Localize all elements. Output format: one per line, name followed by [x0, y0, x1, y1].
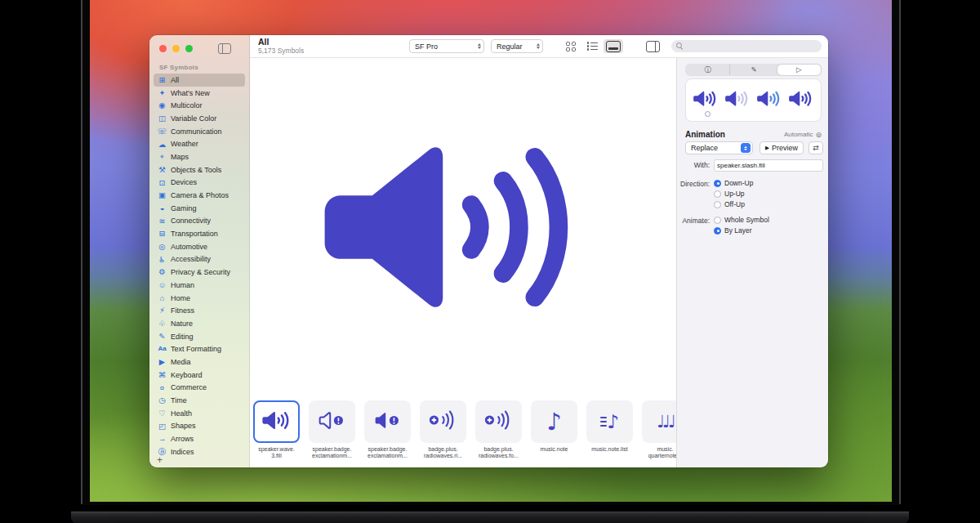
symbol-thumbnail-badge-plus-radiowaves-fo[interactable]: badge.plus.radiowaves.fo... [475, 400, 522, 459]
inspector-tab-animate[interactable]: ▷ [777, 65, 821, 75]
sidebar-item-indices[interactable]: ⓐIndices [154, 445, 245, 458]
sidebar-item-time[interactable]: ◷Time [154, 394, 245, 407]
sidebar-item-accessibility[interactable]: ♿Accessibility [154, 253, 245, 266]
sidebar-item-objects-tools[interactable]: ⚒Objects & Tools [154, 163, 245, 177]
sidebar-item-label: Editing [171, 333, 194, 341]
symbol-thumbnail-tile [420, 400, 466, 443]
sidebar-item-home[interactable]: ⌂Home [154, 292, 245, 305]
animation-effect-popup[interactable]: Replace [685, 141, 753, 154]
sidebar-item-human[interactable]: ☺Human [154, 279, 245, 292]
radio-option-off-up[interactable]: Off-Up [714, 200, 753, 208]
speaker-badge-exclamation-icon [318, 409, 346, 435]
sidebar-item-variable-color[interactable]: ◫Variable Color [154, 112, 245, 125]
sidebar-item-editing[interactable]: ✎Editing [154, 330, 245, 343]
inspector-tab-info[interactable]: ⓘ [686, 65, 730, 75]
sidebar-item-automotive[interactable]: ◎Automotive [154, 240, 245, 253]
grid-view-button[interactable] [561, 39, 581, 53]
sidebar-item-fitness[interactable]: ⚡Fitness [154, 304, 245, 317]
sidebar-item-multicolor[interactable]: ◉Multicolor [154, 99, 245, 112]
gallery-view-button[interactable] [604, 39, 623, 53]
accessibility-icon: ♿ [157, 256, 167, 264]
symbol-thumbnail-music-note[interactable]: ♪music.note [531, 400, 577, 459]
animation-frame-speaker-icon [693, 91, 718, 110]
map-icon: ⌖ [157, 153, 167, 161]
sidebar-item-label: Home [171, 294, 190, 302]
sidebar-item-gaming[interactable]: ◒Gaming [154, 202, 245, 215]
minimize-button[interactable] [172, 45, 180, 52]
game-controller-icon: ◒ [157, 204, 167, 212]
sidebar-item-communication[interactable]: ☏Communication [154, 125, 245, 138]
music-note-list-icon: ♪ [600, 413, 619, 431]
inspector-tab-render[interactable]: ✎ [732, 65, 775, 75]
sidebar-section-header: SF Symbols [159, 64, 249, 71]
radio-option-whole-symbol[interactable]: Whole Symbol [714, 216, 769, 224]
sidebar-item-health[interactable]: ♡Health [154, 407, 245, 420]
symbol-name-label: badge.plus.radiowaves.fo... [471, 446, 527, 459]
animation-form: With: Direction: Down-UpUp-UpOff-Up Anim… [680, 159, 823, 241]
animation-preview-card [685, 78, 822, 122]
sidebar-item-camera-photos[interactable]: ▣Camera & Photos [154, 189, 245, 202]
sidebar-item-weather[interactable]: ☁Weather [154, 137, 245, 150]
preview-button[interactable]: ▶ Preview [760, 141, 804, 154]
add-collection-button[interactable]: + [157, 454, 163, 466]
variable-color-icon: ◫ [157, 114, 167, 123]
info-icon: ⓘ [704, 66, 711, 74]
lock-icon: ⚙ [157, 268, 167, 276]
symbol-name-label: music.note [527, 446, 582, 453]
badge-plus-radiowaves-icon [483, 409, 514, 434]
radio-option-down-up[interactable]: Down-Up [714, 179, 753, 187]
sidebar-item-privacy-security[interactable]: ⚙Privacy & Security [154, 266, 245, 279]
symbol-thumbnail-speaker-badge-exclamationm[interactable]: speaker.badge.exclamationm... [364, 400, 411, 459]
sidebar-item-transportation[interactable]: ⊟Transportation [154, 227, 245, 240]
sidebar-item-commerce[interactable]: ¤Commerce [154, 382, 245, 395]
sidebar-item-label: Time [171, 396, 187, 405]
sidebar-item-devices[interactable]: ⊡Devices [154, 177, 245, 190]
sidebar-item-media[interactable]: ▶Media [154, 355, 245, 369]
repeat-button[interactable]: ⇄ [808, 141, 823, 154]
symbol-thumbnail-music-note-list[interactable]: ♪music.note.list [586, 400, 633, 459]
symbol-thumbnail-speaker-badge-exclamationm[interactable]: speaker.badge.exclamationm... [309, 400, 355, 459]
sidebar-category-list: ⊞All✦What's New◉Multicolor◫Variable Colo… [154, 74, 245, 458]
close-button[interactable] [159, 45, 167, 52]
sidebar-item-all[interactable]: ⊞All [154, 74, 245, 87]
sidebar-item-connectivity[interactable]: ≋Connectivity [154, 215, 245, 228]
sidebar: SF Symbols ⊞All✦What's New◉Multicolor◫Va… [149, 35, 250, 467]
list-view-button[interactable] [582, 39, 602, 53]
sparkle-icon: ✦ [157, 89, 167, 97]
sidebar-item-label: Accessibility [171, 255, 211, 263]
weight-popup[interactable]: Regular [491, 39, 543, 53]
automatic-label: Automatic [784, 131, 813, 138]
car-icon: ⊟ [157, 230, 167, 238]
sidebar-item-label: Commerce [171, 383, 207, 391]
sidebar-toggle-icon[interactable] [218, 43, 231, 54]
symbol-thumbnail-speaker-wave-3-fill[interactable]: speaker.wave.3.fill [253, 400, 300, 459]
sidebar-item-keyboard[interactable]: ⌘Keyboard [154, 369, 245, 382]
with-symbol-field[interactable] [714, 159, 823, 172]
symbol-name-label: speaker.badge.exclamationm... [360, 446, 416, 459]
sidebar-item-nature[interactable]: ♧Nature [154, 317, 245, 330]
macbook-mockup: SF Symbols ⊞All✦What's New◉Multicolor◫Va… [0, 0, 980, 523]
sidebar-item-what-s-new[interactable]: ✦What's New [154, 87, 245, 100]
radio-option-label: Off-Up [724, 200, 745, 208]
page-title: All 5,173 Symbols [258, 38, 304, 55]
sidebar-item-arrows[interactable]: →Arrows [154, 432, 245, 445]
radio-option-up-up[interactable]: Up-Up [714, 190, 753, 198]
inspector-toggle-icon[interactable] [646, 41, 660, 52]
automatic-mode[interactable]: Automatic ⊚ [784, 131, 822, 139]
symbol-thumbnail-tile: ♩♩♩ [642, 400, 676, 443]
preview-button-label: Preview [772, 144, 798, 152]
sidebar-item-maps[interactable]: ⌖Maps [154, 150, 245, 163]
symbol-thumbnail-badge-plus-radiowaves-ri[interactable]: badge.plus.radiowaves.ri... [420, 400, 466, 459]
zoom-button[interactable] [185, 45, 193, 52]
symbol-thumbnail-music-quarternote[interactable]: ♩♩♩music.quarternote... [642, 400, 676, 459]
sidebar-item-shapes[interactable]: ◰Shapes [154, 420, 245, 433]
radio-circle [714, 217, 721, 224]
radio-option-by-layer[interactable]: By Layer [714, 226, 769, 235]
search-field[interactable] [671, 40, 822, 52]
laptop-base [71, 512, 909, 523]
sidebar-item-text-formatting[interactable]: AaText Formatting [154, 342, 245, 355]
sidebar-item-label: What's New [171, 89, 210, 97]
font-popup-value: SF Pro [415, 42, 438, 51]
sidebar-item-label: Multicolor [171, 101, 203, 110]
font-popup[interactable]: SF Pro [409, 39, 484, 53]
